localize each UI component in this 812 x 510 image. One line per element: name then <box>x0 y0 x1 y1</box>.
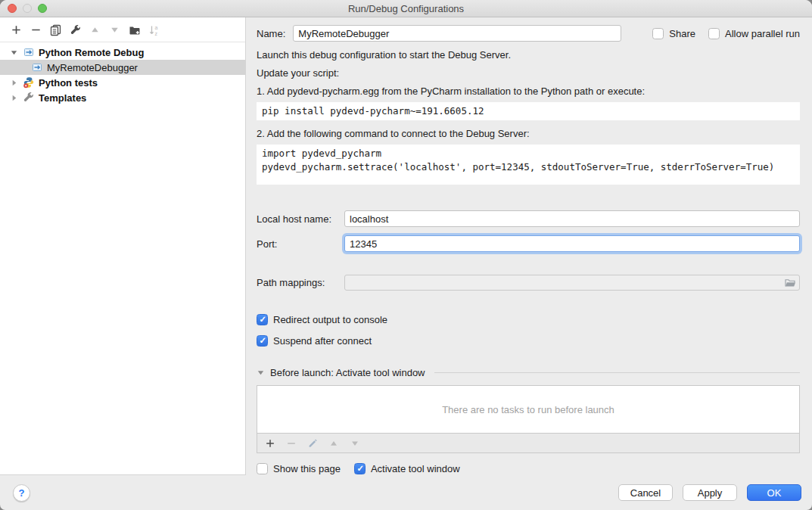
local-host-label: Local host name: <box>257 213 344 225</box>
tree-item-myremotedebugger[interactable]: MyRemoteDebugger <box>0 60 245 75</box>
activate-tool-window-checkbox[interactable] <box>354 463 366 474</box>
instruction-line-1: Launch this debug configuration to start… <box>257 49 800 61</box>
share-checkbox-row[interactable]: Share <box>652 28 695 39</box>
tree-item-label: MyRemoteDebugger <box>47 62 138 73</box>
redirect-output-checkbox[interactable] <box>257 314 268 325</box>
chevron-down-icon[interactable] <box>10 48 23 57</box>
port-row: Port: <box>257 235 800 252</box>
pip-install-snippet: pip install pydevd-pycharm~=191.6605.12 <box>257 102 800 120</box>
path-mappings-row: Path mappings: <box>257 275 800 291</box>
tree-item-python-remote-debug[interactable]: Python Remote Debug <box>0 45 245 60</box>
remote-debug-icon <box>23 46 35 58</box>
run-debug-configurations-dialog: Run/Debug Configurations <box>0 0 812 510</box>
move-up-icon <box>328 438 339 449</box>
settrace-line-2: pydevd_pycharm.settrace('localhost', por… <box>262 161 774 173</box>
add-icon[interactable] <box>265 438 275 449</box>
pencil-icon <box>307 438 318 449</box>
allow-parallel-run-label: Allow parallel run <box>725 28 800 39</box>
configurations-tree: Python Remote Debug MyRemoteDebugger <box>0 42 245 105</box>
redirect-output-checkbox-row[interactable]: Redirect output to console <box>257 314 800 325</box>
ok-button[interactable]: OK <box>747 484 801 501</box>
dialog-footer: ? Cancel Apply OK <box>0 475 812 510</box>
before-launch-separator <box>434 372 800 373</box>
edit-templates-icon[interactable] <box>69 23 82 36</box>
allow-parallel-run-checkbox-row[interactable]: Allow parallel run <box>708 28 800 39</box>
local-host-input[interactable] <box>344 210 800 227</box>
titlebar: Run/Debug Configurations <box>0 0 812 17</box>
instruction-step-1: 1. Add pydevd-pycharm.egg from the PyCha… <box>257 86 800 98</box>
sort-icon: a z <box>148 23 160 36</box>
help-icon: ? <box>19 487 25 499</box>
settrace-snippet: import pydevd_pycharmpydevd_pycharm.sett… <box>257 145 800 185</box>
minimize-icon <box>23 4 32 13</box>
window-title: Run/Debug Configurations <box>348 3 464 14</box>
share-label: Share <box>669 28 695 39</box>
new-folder-icon[interactable] <box>128 23 141 36</box>
move-down-icon <box>108 23 121 36</box>
before-launch-task-list[interactable]: There are no tasks to run before launch <box>257 385 800 434</box>
redirect-output-label: Redirect output to console <box>273 314 387 325</box>
footer-buttons: Cancel Apply OK <box>618 484 801 501</box>
folder-icon[interactable] <box>784 277 796 289</box>
cancel-button[interactable]: Cancel <box>618 484 673 501</box>
allow-parallel-run-checkbox[interactable] <box>708 28 720 39</box>
tree-item-label: Python tests <box>39 77 98 89</box>
before-launch-title: Before launch: Activate tool window <box>270 367 425 378</box>
sidebar-toolbar: a z <box>0 17 245 42</box>
configuration-editor: Name: Share Allow parallel run Launch th… <box>247 17 812 475</box>
settrace-line-1: import pydevd_pycharm <box>262 148 381 159</box>
before-launch-header[interactable]: Before launch: Activate tool window <box>257 367 800 378</box>
tree-item-python-tests[interactable]: Python tests <box>0 75 245 90</box>
page-options-row: Show this page Activate tool window <box>257 463 800 474</box>
remove-icon <box>286 438 297 449</box>
instruction-step-2: 2. Add the following command to connect … <box>257 128 800 140</box>
show-this-page-checkbox[interactable] <box>257 463 268 474</box>
port-input[interactable] <box>344 235 800 252</box>
header-checkboxes: Share Allow parallel run <box>652 28 800 39</box>
empty-tasks-text: There are no tasks to run before launch <box>442 404 614 415</box>
move-up-icon <box>89 23 101 36</box>
tree-item-templates[interactable]: Templates <box>0 90 245 105</box>
configurations-sidebar: a z Python Remote Debug MyRemoteDebugge <box>0 17 246 475</box>
tree-item-label: Python Remote Debug <box>39 47 144 58</box>
copy-icon[interactable] <box>49 23 62 36</box>
path-mappings-label: Path mappings: <box>257 277 344 288</box>
port-label: Port: <box>257 238 344 250</box>
activate-tool-window-checkbox-row[interactable]: Activate tool window <box>354 463 460 474</box>
suspend-after-connect-checkbox-row[interactable]: Suspend after connect <box>257 335 800 347</box>
show-this-page-label: Show this page <box>273 463 341 474</box>
svg-text:z: z <box>154 30 157 36</box>
remove-icon[interactable] <box>30 23 42 36</box>
traffic-lights <box>8 4 47 13</box>
share-checkbox[interactable] <box>652 28 664 39</box>
move-down-icon <box>350 438 360 449</box>
show-this-page-checkbox-row[interactable]: Show this page <box>257 463 341 474</box>
tree-item-label: Templates <box>39 92 86 104</box>
name-input[interactable] <box>293 25 621 42</box>
name-label: Name: <box>257 28 285 39</box>
suspend-after-connect-checkbox[interactable] <box>257 335 268 347</box>
svg-text:a: a <box>154 25 157 30</box>
wrench-icon <box>23 92 35 104</box>
help-button[interactable]: ? <box>13 484 30 502</box>
chevron-right-icon[interactable] <box>10 94 23 102</box>
name-row: Name: Share Allow parallel run <box>257 25 800 42</box>
chevron-down-icon[interactable] <box>257 369 265 377</box>
chevron-right-icon[interactable] <box>10 79 23 87</box>
add-icon[interactable] <box>10 23 23 36</box>
zoom-icon[interactable] <box>38 4 47 13</box>
remote-debug-icon <box>31 61 43 73</box>
apply-button[interactable]: Apply <box>683 484 737 501</box>
path-mappings-field[interactable] <box>344 275 800 291</box>
instruction-line-2: Update your script: <box>257 67 800 79</box>
close-icon[interactable] <box>8 4 17 13</box>
suspend-after-connect-label: Suspend after connect <box>273 335 372 347</box>
before-launch-toolbar <box>257 434 800 453</box>
local-host-row: Local host name: <box>257 210 800 227</box>
python-tests-icon <box>23 76 35 89</box>
activate-tool-window-label: Activate tool window <box>371 463 460 474</box>
